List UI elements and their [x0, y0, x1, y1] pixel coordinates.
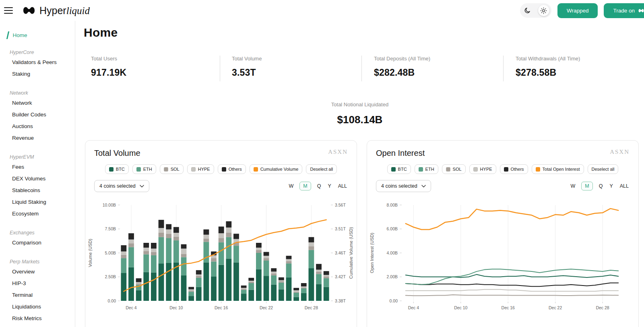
bar-segment-hype[interactable]	[196, 275, 202, 276]
bar-segment-sol[interactable]	[143, 251, 149, 254]
bar-segment-hype[interactable]	[219, 233, 224, 238]
bar-segment-btc[interactable]	[316, 284, 322, 301]
bar-segment-others[interactable]	[324, 271, 329, 275]
deselect-all-button[interactable]: Deselect all	[588, 164, 619, 174]
bar-segment-others[interactable]	[264, 252, 269, 256]
sidebar-item-ecosystem[interactable]: Ecosystem	[0, 208, 75, 219]
bar-segment-hype[interactable]	[121, 251, 126, 255]
bar-segment-others[interactable]	[151, 243, 157, 248]
bar-segment-sol[interactable]	[293, 292, 299, 292]
bar-segment-btc[interactable]	[196, 287, 202, 301]
bar-segment-eth[interactable]	[143, 255, 149, 272]
bar-segment-others[interactable]	[256, 243, 262, 248]
bar-segment-hype[interactable]	[136, 282, 142, 284]
bar-segment-btc[interactable]	[241, 294, 247, 301]
bar-segment-eth[interactable]	[211, 261, 217, 276]
bar-segment-others[interactable]	[196, 270, 202, 275]
bar-segment-sol[interactable]	[128, 243, 134, 247]
bar-segment-others[interactable]	[166, 224, 171, 230]
bar-segment-eth[interactable]	[264, 261, 269, 276]
bar-segment-eth[interactable]	[188, 292, 194, 296]
bar-segment-btc[interactable]	[128, 267, 134, 301]
bar-segment-eth[interactable]	[324, 278, 329, 287]
bar-segment-sol[interactable]	[121, 255, 126, 258]
range-button-y[interactable]: Y	[327, 182, 332, 190]
bar-segment-eth[interactable]	[301, 288, 307, 293]
sidebar-item-liquid-staking[interactable]: Liquid Staking	[0, 196, 75, 208]
bar-segment-eth[interactable]	[196, 278, 202, 287]
wrapped-button[interactable]: Wrapped	[557, 3, 598, 18]
bar-segment-btc[interactable]	[226, 259, 231, 301]
bar-segment-sol[interactable]	[188, 291, 194, 292]
legend-pill-btc[interactable]: BTC	[387, 164, 411, 174]
sidebar-item-comparison[interactable]: Comparison	[0, 237, 75, 248]
bar-segment-btc[interactable]	[181, 275, 187, 301]
range-button-q[interactable]: Q	[316, 182, 322, 190]
line-sol[interactable]	[406, 295, 618, 296]
bar-segment-eth[interactable]	[181, 257, 187, 275]
bar-segment-btc[interactable]	[279, 289, 284, 301]
bar-segment-btc[interactable]	[324, 287, 329, 301]
bar-segment-others[interactable]	[308, 237, 314, 242]
legend-pill-hype[interactable]: HYPE	[469, 164, 496, 174]
bar-segment-btc[interactable]	[159, 263, 164, 301]
hyperliquid-logo[interactable]: Hyperliquid	[22, 5, 90, 17]
line-hype[interactable]	[406, 290, 618, 292]
legend-pill-eth[interactable]: ETH	[415, 164, 438, 174]
legend-pill-btc[interactable]: BTC	[105, 164, 129, 174]
bar-segment-others[interactable]	[203, 230, 209, 235]
bar-segment-sol[interactable]	[324, 276, 329, 278]
bar-segment-eth[interactable]	[286, 263, 292, 277]
bar-segment-hype[interactable]	[241, 288, 247, 289]
sidebar-item-dex-volumes[interactable]: DEX Volumes	[0, 173, 75, 184]
bar-segment-btc[interactable]	[286, 277, 292, 301]
bar-segment-eth[interactable]	[219, 242, 224, 265]
bar-segment-hype[interactable]	[188, 289, 194, 291]
legend-pill-eth[interactable]: ETH	[132, 164, 156, 174]
bar-segment-others[interactable]	[241, 286, 247, 288]
bar-segment-sol[interactable]	[203, 238, 209, 242]
bar-segment-hype[interactable]	[308, 242, 314, 246]
bar-segment-hype[interactable]	[324, 275, 329, 277]
sidebar-item-liquidations[interactable]: Liquidations	[0, 301, 75, 313]
bar-segment-hype[interactable]	[159, 228, 164, 233]
bar-segment-others[interactable]	[159, 220, 164, 228]
bar-segment-btc[interactable]	[203, 263, 209, 301]
bar-segment-eth[interactable]	[293, 293, 299, 297]
bar-segment-btc[interactable]	[271, 285, 277, 301]
range-button-m[interactable]: M	[299, 182, 311, 190]
bar-segment-sol[interactable]	[196, 276, 202, 278]
bar-segment-eth[interactable]	[279, 283, 284, 290]
sidebar-item-network[interactable]: Network	[0, 97, 75, 109]
bar-segment-eth[interactable]	[173, 240, 179, 263]
range-button-w[interactable]: W	[288, 182, 294, 190]
bar-segment-sol[interactable]	[248, 281, 254, 283]
legend-pill-sol[interactable]: SOL	[160, 164, 184, 174]
sidebar-item-staking[interactable]: Staking	[0, 68, 75, 80]
bar-segment-hype[interactable]	[248, 281, 254, 281]
line-btc[interactable]	[406, 275, 618, 277]
bar-segment-others[interactable]	[279, 277, 284, 280]
bar-segment-hype[interactable]	[279, 280, 284, 281]
bar-segment-btc[interactable]	[293, 297, 299, 301]
range-button-y[interactable]: Y	[609, 182, 613, 190]
legend-pill-others[interactable]: Others	[218, 164, 246, 174]
bar-segment-eth[interactable]	[159, 237, 164, 263]
bar-segment-hype[interactable]	[301, 286, 307, 287]
bar-segment-hype[interactable]	[271, 271, 277, 273]
bar-segment-sol[interactable]	[264, 258, 269, 261]
bar-segment-eth[interactable]	[271, 275, 277, 285]
range-button-all[interactable]: ALL	[619, 182, 630, 190]
bar-segment-sol[interactable]	[279, 281, 284, 283]
bar-segment-sol[interactable]	[219, 238, 224, 242]
sidebar-item-stablecoins[interactable]: Stablecoins	[0, 184, 75, 196]
coins-dropdown[interactable]: 4 coins selected	[376, 180, 431, 192]
bar-segment-btc[interactable]	[166, 263, 171, 301]
bar-segment-sol[interactable]	[241, 289, 247, 290]
sidebar-item-overview[interactable]: Overview	[0, 266, 75, 277]
legend-pill-cumulative-volume[interactable]: Cumulative Volume	[250, 164, 303, 174]
range-button-q[interactable]: Q	[598, 182, 604, 190]
light-mode-sun-icon[interactable]	[538, 5, 549, 16]
bar-segment-others[interactable]	[286, 256, 292, 259]
bar-segment-hype[interactable]	[166, 230, 171, 234]
